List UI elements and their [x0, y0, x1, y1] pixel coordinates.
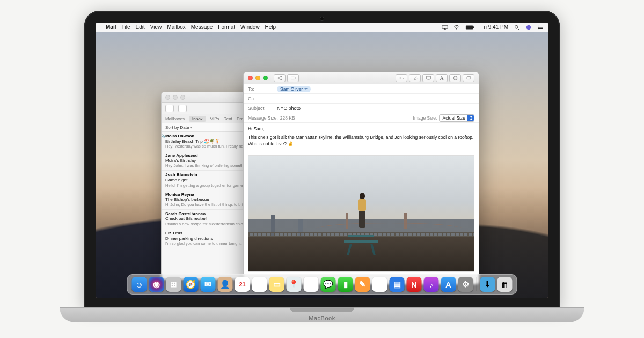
message-size-value: 228 KB — [280, 115, 295, 121]
dock-keynote[interactable]: ▤ — [390, 277, 405, 292]
menu-mailbox[interactable]: Mailbox — [167, 24, 185, 30]
svg-point-12 — [538, 28, 539, 29]
menu-view[interactable]: View — [150, 24, 162, 30]
menubar-clock[interactable]: Fri 9:41 PM — [480, 24, 508, 30]
dock-appstore[interactable]: A — [441, 277, 456, 292]
svg-point-18 — [453, 76, 457, 80]
format-button[interactable]: A — [436, 74, 448, 82]
dock-launchpad[interactable]: ⊞ — [166, 277, 181, 292]
zoom-button[interactable] — [180, 95, 185, 100]
dock-separator — [477, 277, 477, 291]
dock-notes[interactable]: ▭ — [269, 277, 284, 292]
svg-point-10 — [538, 25, 539, 26]
filter-inbox[interactable]: Inbox — [189, 116, 206, 122]
svg-rect-0 — [442, 25, 448, 28]
photo-attachment[interactable] — [248, 155, 474, 272]
dock-messages[interactable]: 💬 — [321, 277, 336, 292]
svg-rect-2 — [466, 25, 473, 29]
menu-help[interactable]: Help — [265, 24, 276, 30]
image-size-select[interactable]: Actual Size — [439, 114, 474, 122]
menu-file[interactable]: File — [121, 24, 130, 30]
svg-rect-16 — [426, 76, 430, 79]
message-from: Monica Reyna — [165, 192, 194, 197]
to-field-row[interactable]: To: Sam Oliver — [244, 84, 479, 94]
get-mail-button[interactable] — [165, 105, 174, 112]
menu-edit[interactable]: Edit — [136, 24, 145, 30]
compose-body[interactable]: Hi Sam, This one's got it all: the Manha… — [244, 123, 479, 153]
dock-preferences[interactable]: ⚙ — [458, 277, 473, 292]
filter-vips[interactable]: VIPs — [210, 116, 219, 121]
dock-mail[interactable]: ✉ — [201, 277, 216, 292]
menu-format[interactable]: Format — [218, 24, 235, 30]
compose-button[interactable] — [178, 105, 187, 112]
dock-itunes[interactable]: ♪ — [424, 277, 439, 292]
svg-point-4 — [515, 25, 518, 28]
hinge-notch — [290, 307, 354, 312]
zoom-button[interactable] — [263, 76, 268, 80]
message-size-label: Message Size: — [248, 115, 278, 121]
menubar[interactable]: Mail File Edit View Mailbox Message Form… — [96, 23, 548, 32]
message-from: Sarah Castelbranco — [165, 211, 206, 217]
message-from: Jane Appleseed — [165, 153, 198, 158]
emoji-button[interactable] — [449, 74, 461, 82]
svg-point-11 — [538, 27, 539, 28]
dock-reminders[interactable]: ☰ — [252, 277, 267, 292]
notification-center-icon[interactable] — [537, 25, 544, 30]
menu-window[interactable]: Window — [240, 24, 260, 30]
dock-contacts[interactable]: 👤 — [218, 277, 233, 292]
dock-facetime[interactable]: ▮ — [338, 277, 353, 292]
svg-point-19 — [454, 77, 455, 78]
reply-button[interactable] — [396, 74, 407, 82]
image-size-label: Image Size: — [413, 115, 437, 121]
dock-news[interactable]: N — [407, 277, 422, 292]
screen: Mail File Edit View Mailbox Message Form… — [96, 23, 548, 298]
dock-numbers[interactable]: ▥ — [372, 277, 387, 292]
dock-siri[interactable]: ◉ — [149, 277, 164, 292]
message-meta-row: Message Size: 228 KB Image Size: Actual … — [244, 113, 479, 123]
cc-field-row[interactable]: Cc: — [244, 94, 479, 104]
spotlight-icon[interactable] — [514, 25, 520, 30]
minimize-button[interactable] — [173, 95, 178, 100]
body-text: This one's got it all: the Manhattan sky… — [248, 135, 474, 147]
dock-finder[interactable]: ☺ — [132, 277, 147, 292]
header-fields-button[interactable] — [287, 74, 299, 82]
subject-field-row[interactable]: Subject: NYC photo — [244, 104, 479, 113]
camera-icon — [320, 17, 324, 20]
filter-sent[interactable]: Sent — [224, 116, 232, 121]
markup-button[interactable] — [463, 74, 474, 82]
siri-menubar-icon[interactable] — [525, 25, 532, 30]
dock-pages[interactable]: ✎ — [355, 277, 370, 292]
photo-browser-button[interactable] — [422, 74, 434, 82]
svg-rect-21 — [467, 77, 471, 79]
airplay-icon[interactable] — [442, 25, 448, 30]
macbook-frame: Mail File Edit View Mailbox Message Form… — [84, 11, 560, 333]
dock-calendar[interactable]: 21 — [235, 277, 250, 292]
subject-input[interactable]: NYC photo — [277, 106, 301, 111]
body-greeting: Hi Sam, — [248, 126, 474, 132]
filter-mailboxes[interactable]: Mailboxes — [165, 116, 185, 121]
cc-label: Cc: — [248, 96, 277, 101]
dock[interactable]: ☺◉⊞🧭✉👤21☰▭📍✿💬▮✎▥▤N♪A⚙⬇🗑 — [127, 274, 517, 295]
dock-trash[interactable]: 🗑 — [497, 277, 513, 292]
message-from: Moira Dawson — [165, 134, 194, 139]
send-button[interactable] — [274, 74, 286, 82]
svg-point-6 — [526, 25, 531, 30]
bezel: Mail File Edit View Mailbox Message Form… — [84, 11, 560, 308]
dock-maps[interactable]: 📍 — [287, 277, 302, 292]
menu-message[interactable]: Message — [191, 24, 213, 30]
to-label: To: — [248, 86, 277, 92]
dock-downloads[interactable]: ⬇ — [480, 277, 495, 292]
dock-photos[interactable]: ✿ — [304, 277, 319, 292]
compose-window[interactable]: A To: Sam Oliver Cc: Subject: NYC photo — [243, 72, 479, 284]
battery-icon[interactable] — [465, 25, 475, 30]
wifi-icon[interactable] — [453, 25, 460, 30]
app-name-menu[interactable]: Mail — [106, 24, 116, 30]
minimize-button[interactable] — [255, 76, 260, 80]
close-button[interactable] — [248, 76, 253, 80]
svg-line-5 — [517, 28, 519, 30]
close-button[interactable] — [165, 95, 170, 100]
attach-button[interactable] — [409, 74, 421, 82]
compose-titlebar[interactable]: A — [244, 72, 479, 84]
recipient-token[interactable]: Sam Oliver — [277, 86, 311, 92]
dock-safari[interactable]: 🧭 — [184, 277, 199, 292]
